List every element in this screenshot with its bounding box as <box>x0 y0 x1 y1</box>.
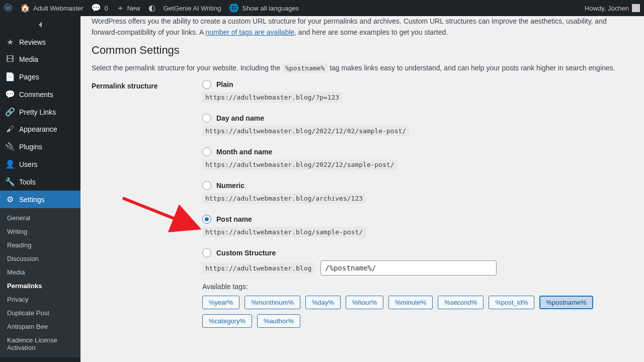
submenu-kadence[interactable]: Kadence License Activation <box>0 333 80 354</box>
site-name[interactable]: 🏠Adult Webmaster <box>16 0 87 16</box>
media-icon: 🎞 <box>5 55 15 64</box>
comments-count[interactable]: 💬0 <box>87 0 112 16</box>
yoast-menu[interactable]: ◐ <box>144 0 159 16</box>
howdy-label: Howdy, Jochen <box>585 5 629 12</box>
home-icon: 🏠 <box>20 4 30 12</box>
radio-plain[interactable] <box>202 80 211 89</box>
option-label[interactable]: Numeric <box>216 182 245 190</box>
radio-post-name[interactable] <box>202 215 211 224</box>
star-icon: ★ <box>5 37 15 47</box>
subheading-paragraph: Select the permalink structure for your … <box>92 63 634 74</box>
wordpress-logo[interactable]: ⓦ <box>0 0 16 16</box>
languages-menu[interactable]: 🌐Show all languages <box>225 0 303 16</box>
sidebar-item-comments[interactable]: 💬Comments <box>0 85 80 103</box>
submenu-media[interactable]: Media <box>0 265 80 279</box>
getgenie-menu[interactable]: GetGenie AI Writing <box>159 0 225 16</box>
sidebar-label: Tools <box>19 178 36 186</box>
sidebar-label: Appearance <box>19 125 57 133</box>
tag-button-second[interactable]: %second% <box>438 296 484 309</box>
option-label[interactable]: Plain <box>216 80 233 88</box>
site-name-label: Adult Webmaster <box>33 5 83 12</box>
admin-sidebar: ★Reviews 🎞Media 📄Pages 💬Comments 🔗Pretty… <box>0 16 80 362</box>
tag-buttons: %year%%monthnum%%day%%hour%%minute%%seco… <box>202 296 634 328</box>
sidebar-label: Comments <box>19 90 53 99</box>
sidebar-item-prettylinks[interactable]: 🔗Pretty Links <box>0 103 80 121</box>
option-label[interactable]: Post name <box>216 215 252 223</box>
brush-icon: 🖌 <box>5 125 15 134</box>
sidebar-label: Users <box>19 160 38 168</box>
admin-bar: ⓦ 🏠Adult Webmaster 💬0 ＋New ◐ GetGenie AI… <box>0 0 644 16</box>
submenu-duplicate-post[interactable]: Duplicate Post <box>0 306 80 320</box>
radio-numeric[interactable] <box>202 181 211 190</box>
radio-day-and-name[interactable] <box>202 114 211 123</box>
radio-custom-structure[interactable] <box>202 248 211 257</box>
avatar <box>632 4 640 12</box>
tag-button-hour[interactable]: %hour% <box>346 296 383 309</box>
submenu-privacy[interactable]: Privacy <box>0 293 80 306</box>
example-url: https://adultwebmaster.blog/sample-post/ <box>202 227 366 237</box>
wordpress-icon: ⓦ <box>4 4 12 12</box>
sidebar-label: Plugins <box>19 143 42 151</box>
sidebar-item-tools[interactable]: 🔧Tools <box>0 173 80 191</box>
permalink-options: Plainhttps://adultwebmaster.blog/?p=123D… <box>202 80 634 339</box>
submenu-reading[interactable]: Reading <box>0 238 80 252</box>
radio-month-and-name[interactable] <box>202 147 211 156</box>
tag-button-day[interactable]: %day% <box>305 296 341 309</box>
translate-icon: 🌐 <box>229 4 239 12</box>
option-label[interactable]: Day and name <box>216 114 264 122</box>
sidebar-item-settings[interactable]: ⚙Settings <box>0 191 80 208</box>
languages-label: Show all languages <box>242 5 299 12</box>
sidebar-item-plugins[interactable]: 🔌Plugins <box>0 138 80 155</box>
sidebar-item-users[interactable]: 👤Users <box>0 155 80 173</box>
plugin-icon: 🔌 <box>5 142 15 151</box>
postname-tag-chip: %postname% <box>282 63 328 73</box>
option-label[interactable]: Custom Structure <box>216 249 276 257</box>
settings-icon: ⚙ <box>5 195 15 204</box>
tag-button-author[interactable]: %author% <box>257 314 300 328</box>
submenu-general[interactable]: General <box>0 211 80 225</box>
link-icon: 🔗 <box>5 107 15 117</box>
yoast-icon: ◐ <box>148 4 155 12</box>
sidebar-label: Media <box>19 55 38 63</box>
sidebar-item-pages[interactable]: 📄Pages <box>0 68 80 85</box>
page-icon: 📄 <box>5 72 15 81</box>
new-label: New <box>127 5 140 12</box>
sidebar-item-appearance[interactable]: 🖌Appearance <box>0 121 80 138</box>
tag-button-year[interactable]: %year% <box>202 296 239 309</box>
submenu-permalinks[interactable]: Permalinks <box>0 279 80 293</box>
submenu-writing[interactable]: Writing <box>0 225 80 238</box>
tag-button-post_id[interactable]: %post_id% <box>489 296 534 309</box>
permalink-structure-label: Permalink structure <box>92 80 202 90</box>
collapse-menu[interactable] <box>0 16 80 33</box>
settings-submenu: General Writing Reading Discussion Media… <box>0 208 80 357</box>
tags-docs-link[interactable]: number of tags are available <box>205 28 294 36</box>
submenu-antispam-bee[interactable]: Antispam Bee <box>0 320 80 333</box>
tag-button-minute[interactable]: %minute% <box>388 296 433 309</box>
example-url: https://adultwebmaster.blog/archives/123 <box>202 193 366 204</box>
submenu-discussion[interactable]: Discussion <box>0 252 80 265</box>
main-content: WordPress offers you the ability to crea… <box>80 16 644 349</box>
comments-number: 0 <box>104 5 108 12</box>
sidebar-item-media[interactable]: 🎞Media <box>0 51 80 68</box>
sidebar-item-reviews[interactable]: ★Reviews <box>0 33 80 51</box>
sidebar-label: Pages <box>19 73 39 81</box>
comment-icon: 💬 <box>91 4 101 12</box>
example-url: https://adultwebmaster.blog/2022/12/samp… <box>202 159 397 170</box>
option-label[interactable]: Month and name <box>216 148 272 156</box>
getgenie-label: GetGenie AI Writing <box>164 5 221 12</box>
tag-button-postname[interactable]: %postname% <box>539 296 593 309</box>
custom-prefix: https://adultwebmaster.blog <box>202 263 314 274</box>
tag-button-monthnum[interactable]: %monthnum% <box>245 296 300 309</box>
intro-paragraph: WordPress offers you the ability to crea… <box>92 16 634 38</box>
chevron-left-icon <box>39 22 42 28</box>
sidebar-label: Settings <box>19 196 45 204</box>
example-url: https://adultwebmaster.blog/?p=123 <box>202 92 342 103</box>
plus-icon: ＋ <box>116 4 124 12</box>
custom-structure-input[interactable] <box>320 260 497 276</box>
available-tags-label: Available tags: <box>202 283 634 291</box>
sidebar-label: Pretty Links <box>19 108 56 116</box>
tag-button-category[interactable]: %category% <box>202 314 252 328</box>
new-content[interactable]: ＋New <box>112 0 144 16</box>
tools-icon: 🔧 <box>5 177 15 187</box>
my-account[interactable]: Howdy, Jochen <box>581 0 644 16</box>
